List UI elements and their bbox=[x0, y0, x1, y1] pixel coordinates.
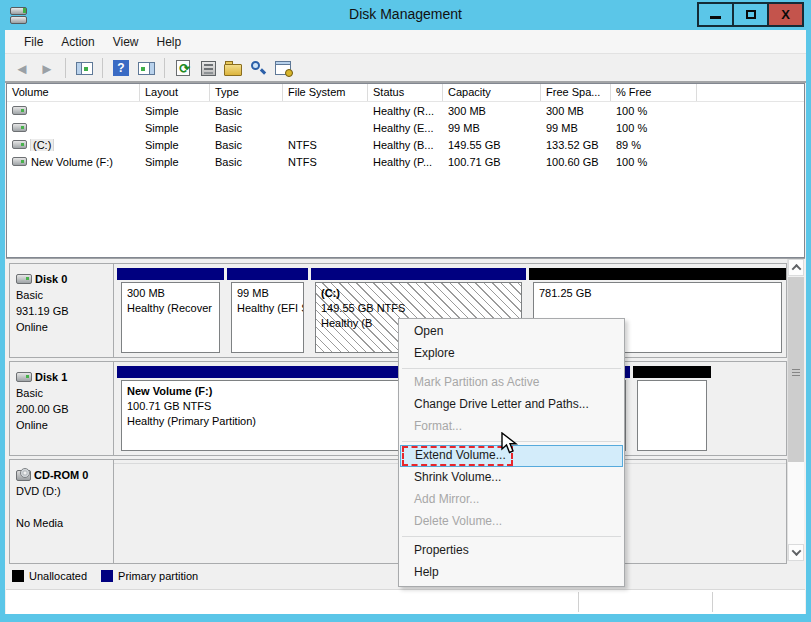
partition-header bbox=[633, 366, 711, 378]
primary-partition-swatch bbox=[101, 570, 113, 582]
maximize-icon bbox=[746, 10, 756, 19]
disk-management-window: Disk Management X File Action View Help … bbox=[0, 0, 811, 622]
menu-item-add-mirror: Add Mirror... bbox=[400, 489, 623, 511]
toolbar-separator bbox=[65, 58, 66, 78]
column-header-volume[interactable]: Volume bbox=[7, 84, 140, 101]
menu-bar: File Action View Help bbox=[5, 30, 806, 54]
menu-separator bbox=[402, 536, 621, 537]
close-icon: X bbox=[781, 7, 790, 22]
maximize-button[interactable] bbox=[732, 2, 769, 27]
statusbar-divider bbox=[578, 592, 579, 612]
partition-header bbox=[227, 268, 308, 280]
volume-icon bbox=[12, 123, 27, 132]
menu-item-shrink-volume[interactable]: Shrink Volume... bbox=[400, 467, 623, 489]
unallocated-swatch bbox=[12, 570, 24, 582]
menu-item-change-drive-letter[interactable]: Change Drive Letter and Paths... bbox=[400, 394, 623, 416]
settings-window-icon[interactable] bbox=[272, 57, 294, 79]
menu-help[interactable]: Help bbox=[148, 32, 191, 52]
status-bar bbox=[6, 589, 805, 614]
scrollbar-grip bbox=[792, 369, 800, 370]
disk-state: Online bbox=[16, 319, 107, 335]
search-icon[interactable] bbox=[247, 57, 269, 79]
window-title: Disk Management bbox=[0, 6, 811, 22]
column-header-pctfree[interactable]: % Free bbox=[611, 84, 697, 101]
legend-unallocated: Unallocated bbox=[12, 570, 87, 582]
mouse-cursor-icon bbox=[501, 432, 521, 458]
volume-icon bbox=[12, 140, 27, 149]
volume-icon bbox=[12, 157, 27, 166]
cdrom-kind: DVD (D:) bbox=[16, 483, 107, 499]
disk-0-info[interactable]: Disk 0 Basic 931.19 GB Online bbox=[10, 264, 114, 357]
open-folder-icon[interactable] bbox=[222, 57, 244, 79]
menu-item-properties[interactable]: Properties bbox=[400, 540, 623, 562]
disk-1-info[interactable]: Disk 1 Basic 200.00 GB Online bbox=[10, 362, 114, 455]
table-row[interactable]: Simple Basic Healthy (E... 99 MB 99 MB 1… bbox=[7, 119, 804, 136]
minimize-button[interactable] bbox=[697, 2, 734, 27]
toolbar: ◄ ► ? ⟳ bbox=[5, 55, 806, 81]
column-header-empty[interactable] bbox=[697, 84, 804, 101]
partition-header bbox=[117, 268, 224, 280]
partition-efi[interactable]: 99 MBHealthy (EFI S bbox=[227, 268, 308, 353]
menu-item-explore[interactable]: Explore bbox=[400, 343, 623, 365]
toolbar-separator bbox=[102, 58, 103, 78]
help-icon[interactable]: ? bbox=[110, 57, 132, 79]
disk-icon bbox=[16, 274, 32, 284]
disk-state: Online bbox=[16, 417, 107, 433]
menu-item-help[interactable]: Help bbox=[400, 562, 623, 584]
cdrom-0-info[interactable]: CD-ROM 0 DVD (D:) No Media bbox=[10, 460, 114, 563]
column-header-filesystem[interactable]: File System bbox=[283, 84, 368, 101]
partition-recovery[interactable]: 300 MBHealthy (Recover bbox=[117, 268, 224, 353]
scroll-down-icon[interactable] bbox=[788, 544, 804, 561]
statusbar-divider bbox=[712, 592, 713, 612]
titlebar: Disk Management X bbox=[0, 0, 811, 30]
scroll-up-icon[interactable] bbox=[788, 259, 804, 276]
volume-list: Volume Layout Type File System Status Ca… bbox=[6, 83, 805, 258]
column-header-status[interactable]: Status bbox=[368, 84, 443, 101]
column-header-layout[interactable]: Layout bbox=[140, 84, 210, 101]
forward-icon[interactable]: ► bbox=[36, 57, 58, 79]
disk-size: 200.00 GB bbox=[16, 401, 107, 417]
partition-unallocated-disk1[interactable] bbox=[633, 366, 711, 451]
legend: Unallocated Primary partition bbox=[12, 570, 198, 582]
disk-size: 931.19 GB bbox=[16, 303, 107, 319]
show-action-pane-icon[interactable] bbox=[135, 57, 157, 79]
menu-item-delete-volume: Delete Volume... bbox=[400, 511, 623, 533]
scrollbar-track[interactable] bbox=[788, 462, 804, 544]
partition-header bbox=[529, 268, 786, 280]
column-header-type[interactable]: Type bbox=[210, 84, 283, 101]
close-button[interactable]: X bbox=[767, 2, 804, 27]
column-header-freespace[interactable]: Free Spa... bbox=[541, 84, 611, 101]
menu-item-mark-partition-active: Mark Partition as Active bbox=[400, 372, 623, 394]
legend-primary-partition: Primary partition bbox=[101, 570, 198, 582]
menu-action[interactable]: Action bbox=[52, 32, 103, 52]
minimize-icon bbox=[710, 16, 721, 19]
partition-header bbox=[311, 268, 526, 280]
table-row-new-volume-f[interactable]: New Volume (F:) Simple Basic NTFS Health… bbox=[7, 153, 804, 170]
disk-kind: Basic bbox=[16, 385, 107, 401]
disk-icon bbox=[16, 372, 32, 382]
volume-icon bbox=[12, 106, 27, 115]
menu-separator bbox=[402, 368, 621, 369]
back-icon[interactable]: ◄ bbox=[11, 57, 33, 79]
disk-kind: Basic bbox=[16, 287, 107, 303]
toolbar-separator bbox=[164, 58, 165, 78]
table-row[interactable]: Simple Basic Healthy (R... 300 MB 300 MB… bbox=[7, 102, 804, 119]
volume-list-header: Volume Layout Type File System Status Ca… bbox=[7, 84, 804, 102]
show-console-tree-icon[interactable] bbox=[73, 57, 95, 79]
red-dashed-annotation bbox=[402, 446, 513, 466]
menu-file[interactable]: File bbox=[15, 32, 52, 52]
cdrom-state: No Media bbox=[16, 515, 107, 531]
menu-view[interactable]: View bbox=[104, 32, 148, 52]
scrollbar-thumb[interactable] bbox=[788, 277, 804, 462]
refresh-icon[interactable]: ⟳ bbox=[172, 57, 194, 79]
vertical-scrollbar bbox=[787, 259, 804, 561]
table-row-c-drive[interactable]: (C:) Simple Basic NTFS Healthy (B... 149… bbox=[7, 136, 804, 153]
rescan-disks-icon[interactable] bbox=[197, 57, 219, 79]
menu-item-open[interactable]: Open bbox=[400, 321, 623, 343]
cdrom-icon bbox=[16, 470, 31, 481]
column-header-capacity[interactable]: Capacity bbox=[443, 84, 541, 101]
